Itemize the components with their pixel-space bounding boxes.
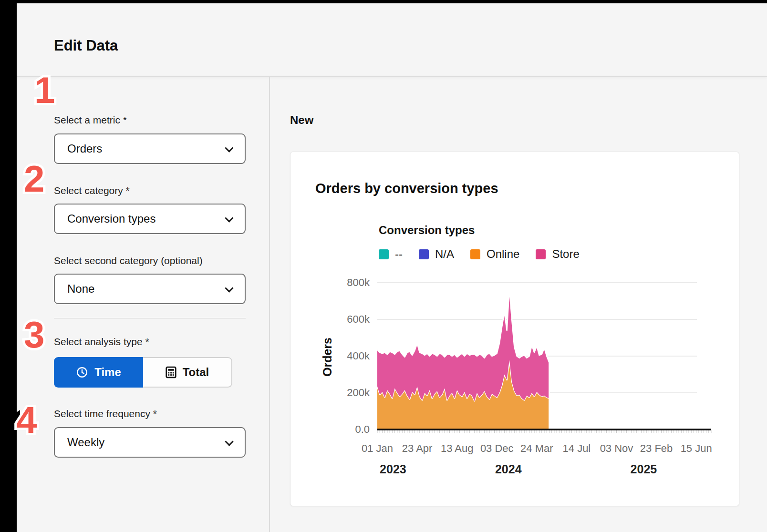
form-divider — [54, 318, 246, 318]
chevron-down-icon — [225, 284, 233, 292]
chevron-down-icon — [225, 437, 233, 446]
time-frequency-label: Select time frequency * — [54, 408, 157, 419]
y-tick-label: 400k — [347, 350, 370, 362]
legend-item[interactable]: Online — [470, 247, 519, 261]
chart-legend: --N/AOnlineStore — [379, 247, 580, 261]
legend-label: Online — [487, 247, 519, 261]
x-tick-label: 01 Jan — [362, 442, 393, 455]
page-title: Edit Data — [54, 37, 118, 54]
chevron-down-icon — [225, 214, 233, 222]
year-label: 2025 — [631, 462, 657, 476]
top-black-strip — [0, 0, 767, 3]
x-tick-label: 15 Jun — [681, 442, 712, 455]
time-frequency-select[interactable]: Weekly — [54, 427, 246, 458]
second-category-select-value: None — [67, 282, 94, 296]
legend-label: -- — [395, 247, 403, 261]
analysis-total-label: Total — [183, 366, 209, 379]
year-label: 2023 — [380, 462, 406, 476]
legend-item[interactable]: -- — [379, 247, 403, 261]
metric-select-value: Orders — [67, 142, 102, 155]
metric-label: Select a metric * — [54, 114, 127, 126]
legend-label: Store — [552, 247, 579, 261]
chart-card: Orders by conversion types Conversion ty… — [290, 152, 739, 506]
legend-swatch-icon — [470, 249, 480, 259]
chevron-down-icon — [225, 143, 233, 152]
x-tick-label: 23 Apr — [402, 442, 433, 455]
legend-swatch-icon — [379, 249, 389, 259]
category-select[interactable]: Conversion types — [54, 204, 246, 234]
annotation-step-1: 1 — [34, 72, 55, 109]
y-tick-label: 0.0 — [355, 423, 370, 436]
analysis-type-toggle: Time Total — [54, 357, 232, 388]
y-tick-label: 200k — [347, 387, 370, 399]
x-tick-label: 03 Nov — [600, 442, 633, 455]
legend-swatch-icon — [419, 249, 429, 259]
annotation-step-2: 2 — [24, 160, 44, 197]
y-tick-label: 800k — [347, 276, 370, 289]
x-tick-label: 23 Feb — [640, 442, 673, 455]
header-divider — [17, 76, 767, 77]
legend-swatch-icon — [536, 249, 546, 259]
metric-select[interactable]: Orders — [54, 133, 246, 164]
x-tick-label: 24 Mar — [520, 442, 553, 455]
preview-status: New — [290, 113, 313, 127]
chart-title: Orders by conversion types — [315, 181, 498, 196]
category-select-value: Conversion types — [67, 212, 155, 225]
category-label: Select category * — [54, 185, 130, 196]
y-axis-title: Orders — [320, 297, 334, 417]
x-tick-label: 14 Jul — [563, 442, 591, 455]
panel-divider — [269, 77, 270, 532]
left-black-strip — [0, 0, 17, 532]
annotation-step-4: 4 — [16, 401, 37, 439]
year-label: 2024 — [495, 462, 522, 476]
plot-region: 800k600k400k200k0.001 Jan23 Apr13 Aug03 … — [377, 275, 711, 484]
analysis-time-label: Time — [94, 366, 121, 379]
clock-icon — [76, 366, 88, 379]
x-tick-label: 03 Dec — [480, 442, 514, 455]
time-frequency-select-value: Weekly — [67, 436, 104, 449]
second-category-select[interactable]: None — [54, 274, 246, 304]
legend-label: N/A — [435, 247, 454, 261]
annotation-step-3: 3 — [24, 316, 44, 353]
chart-legend-title: Conversion types — [379, 224, 475, 237]
calculator-icon — [166, 366, 176, 379]
y-tick-label: 600k — [347, 313, 370, 326]
second-category-label: Select second category (optional) — [54, 255, 203, 266]
legend-item[interactable]: N/A — [419, 247, 454, 261]
legend-item[interactable]: Store — [536, 247, 579, 261]
analysis-time-button[interactable]: Time — [54, 357, 143, 388]
x-tick-label: 13 Aug — [441, 442, 474, 455]
analysis-total-button[interactable]: Total — [143, 357, 232, 388]
analysis-type-label: Select analysis type * — [54, 336, 149, 348]
